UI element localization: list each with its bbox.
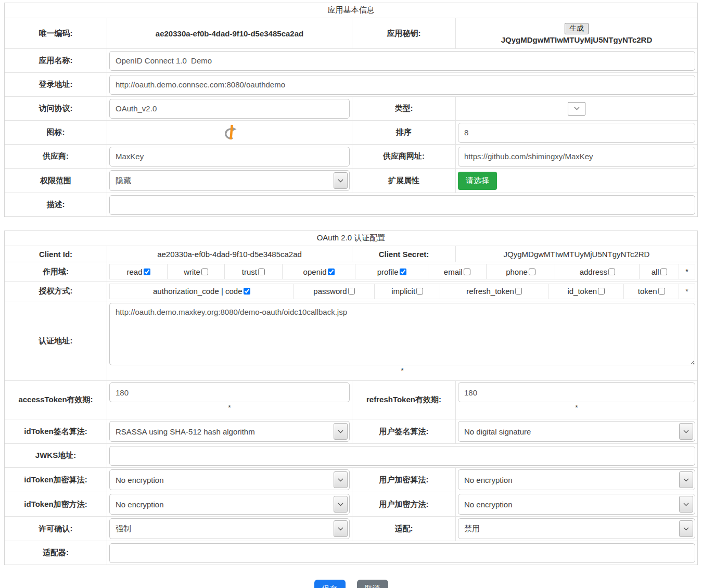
scope-option-label: profile [377,267,399,276]
scope-cell-profile: profile [355,264,428,279]
chevron-down-icon [334,172,348,189]
description-label: 描述: [5,193,107,216]
grant-checkbox-id-token[interactable] [598,288,605,295]
scope-cell-write: write [168,264,225,279]
row-jwks: JWKS地址: [5,443,697,467]
visibility-select[interactable]: 隐藏 [109,170,350,191]
unique-code-value: ae20330a-ef0b-4dad-9f10-d5e3485ca2ad [109,29,350,38]
adapt-select[interactable]: 禁用 [458,518,695,539]
access-token-input[interactable] [109,382,350,402]
generate-button[interactable]: 生成 [565,23,589,34]
save-button[interactable]: 保存 [314,580,346,588]
grant-option-label: implicit [391,287,415,296]
jwks-input[interactable] [109,446,695,466]
user-enc-alg-select[interactable]: No encryption [458,469,695,490]
access-token-required-mark: * [109,402,350,411]
chevron-down-icon [334,471,348,488]
cancel-button[interactable]: 取消 [357,580,388,588]
scope-checkbox-all[interactable] [660,269,667,275]
grant-options: authorization_code | code password impli… [109,284,695,299]
id-token-enc-alg-value: No encryption [116,476,164,484]
scope-checkbox-trust[interactable] [258,269,265,275]
scope-checkbox-profile[interactable] [400,269,406,275]
grant-cell-refresh-token: refresh_token [440,284,548,299]
id-token-enc-alg-select[interactable]: No encryption [109,469,350,490]
grant-checkbox-token[interactable] [658,288,665,295]
refresh-token-input[interactable] [458,382,695,402]
grant-label: 授权方式: [5,282,107,301]
row-visibility-extattr: 权限范围 隐藏 扩展属性 请选择 [5,168,697,193]
protocol-input[interactable] [109,99,350,119]
vendor-url-input[interactable] [458,147,695,167]
type-select[interactable] [568,102,585,116]
chevron-down-icon [334,496,348,513]
row-enc-method: idToken加密方法: No encryption 用户加密方法: No en… [5,492,697,516]
select-ext-attr-button[interactable]: 请选择 [458,172,497,190]
sort-label: 排序 [352,121,456,144]
scope-checkbox-email[interactable] [464,269,470,275]
grant-cell-token: token [624,284,679,299]
chevron-down-icon [679,496,693,513]
login-url-input[interactable] [109,75,695,95]
user-enc-method-select[interactable]: No encryption [458,494,695,515]
chevron-down-icon [334,520,348,537]
grant-required-mark: * [679,284,695,299]
scope-checkbox-write[interactable] [201,269,208,275]
user-enc-alg-value: No encryption [464,476,513,484]
grant-option-label: refresh_token [466,287,514,296]
chevron-down-icon [679,471,693,488]
grant-checkbox-password[interactable] [348,288,355,295]
refresh-token-required-mark: * [458,402,695,411]
redirect-uri-label: 认证地址: [5,301,107,380]
id-token-sign-select[interactable]: RSASSA using SHA-512 hash algorithm [109,421,350,442]
scope-option-label: all [652,267,659,276]
grant-checkbox-refresh-token[interactable] [515,288,522,295]
sort-input[interactable] [458,123,695,143]
scope-label: 作用域: [5,262,107,281]
scope-checkbox-phone[interactable] [529,269,535,275]
app-name-input[interactable] [109,51,695,71]
oauth-config-panel: OAuth 2.0 认证配置 Client Id: ae20330a-ef0b-… [4,231,698,565]
grant-cell-id-token: id_token [548,284,624,299]
id-token-enc-method-select[interactable]: No encryption [109,494,350,515]
adapter-input[interactable] [109,543,695,563]
chevron-down-icon [679,520,693,537]
login-url-label: 登录地址: [5,73,107,96]
row-token-validity: accessToken有效期: * refreshToken有效期: * [5,380,697,419]
row-client: Client Id: ae20330a-ef0b-4dad-9f10-d5e34… [5,246,697,262]
grant-option-label: password [313,287,347,296]
access-token-label: accessToken有效期: [5,381,107,419]
grant-checkbox-implicit[interactable] [416,288,423,295]
scope-checkbox-address[interactable] [608,269,615,275]
scope-cell-trust: trust [225,264,283,279]
scope-option-label: email [444,267,463,276]
visibility-select-value: 隐藏 [116,176,131,186]
user-sign-select[interactable]: No digital signature [458,421,695,442]
type-label: 类型: [352,97,456,120]
scope-option-label: openid [303,267,327,276]
user-sign-label: 用户签名算法: [352,419,456,443]
chevron-down-icon [679,423,693,440]
row-adapter: 适配器: [5,541,697,565]
row-description: 描述: [5,193,697,216]
app-secret-value: JQygMDgwMTIwMTUyMjU5NTgyNTc2RD [501,35,653,44]
redirect-uri-required-mark: * [109,365,695,374]
protocol-label: 访问协议: [5,97,107,120]
scope-cell-email: email [428,264,487,279]
approval-select[interactable]: 强制 [109,518,350,539]
vendor-input[interactable] [109,147,350,167]
grant-cell-authorization-code: authorization_code | code [110,284,293,299]
client-id-label: Client Id: [5,246,107,262]
vendor-label: 供应商: [5,145,107,168]
refresh-token-label: refreshToken有效期: [352,381,456,419]
row-vendor: 供应商: 供应商网址: [5,144,697,168]
description-input[interactable] [109,195,695,215]
scope-cell-openid: openid [283,264,355,279]
app-name-label: 应用名称: [5,49,107,72]
id-token-enc-method-value: No encryption [116,500,164,509]
icon-label: 图标: [5,121,107,144]
grant-checkbox-authorization-code[interactable] [244,288,250,295]
scope-checkbox-openid[interactable] [328,269,335,275]
scope-checkbox-read[interactable] [144,269,150,275]
redirect-uri-textarea[interactable]: http://oauth.demo.maxkey.org:8080/demo-o… [109,303,695,365]
